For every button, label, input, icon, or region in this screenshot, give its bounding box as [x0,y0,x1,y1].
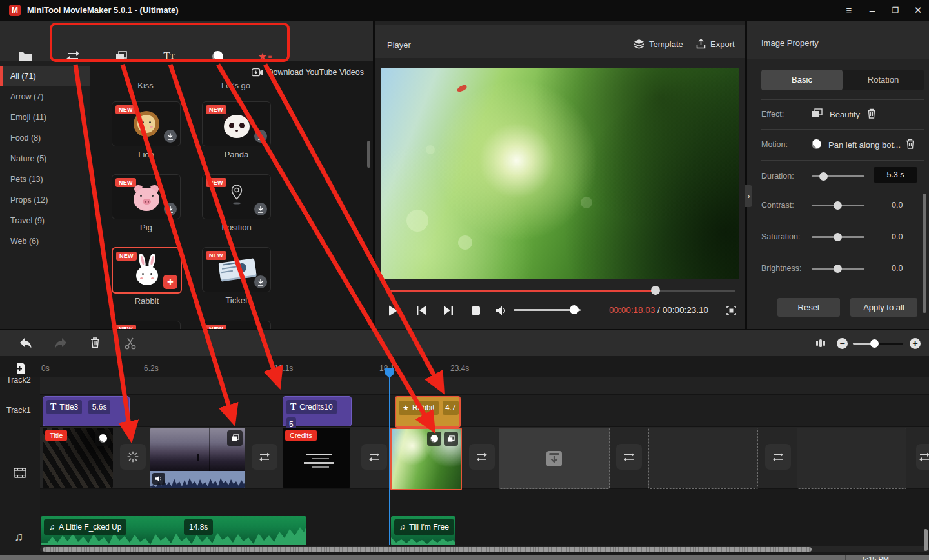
zoom-out-button[interactable]: − [837,338,848,349]
video-preview[interactable] [381,68,739,279]
collapse-panel-handle[interactable]: › [745,185,752,207]
undo-icon[interactable] [19,337,32,349]
previous-frame-button[interactable] [412,303,431,318]
saturation-slider-handle[interactable] [834,233,842,241]
menu-icon[interactable]: ≡ [841,3,857,18]
timeline-hscrollbar-thumb[interactable] [43,547,812,552]
download-element-button[interactable] [164,130,177,143]
element-card-rabbit[interactable]: NEW + Rabbit [112,247,182,294]
download-element-button[interactable] [254,275,267,288]
window-title: MiniTool MovieMaker 5.0.1 - (Ultimate) [27,5,179,15]
text-clip-credits10[interactable]: TCredits10 5 [283,396,352,426]
category-all[interactable]: All (71) [0,66,90,86]
image-property-panel: Image Property Basic Rotation Effect: Be… [747,21,929,329]
add-element-button[interactable]: + [163,275,177,289]
mute-speaker-icon[interactable] [152,473,165,485]
audio-clip-1[interactable]: ♫A Little F_cked Up 14.8s [41,516,306,545]
audio-clip-2[interactable]: ♫Till I'm Free [391,516,455,545]
element-clip-rabbit[interactable]: ★Rabbit 4.7 [395,396,461,428]
zoom-in-button[interactable]: + [910,338,921,349]
transition-slot-clipped[interactable] [916,444,929,470]
element-card-lion[interactable]: NEW Lion [112,101,181,146]
category-food[interactable]: Food (8) [0,128,90,148]
category-emoji[interactable]: Emoji (11) [0,107,90,128]
video-camera-icon [252,68,263,77]
placeholder-clip[interactable] [648,428,758,489]
fullscreen-icon[interactable] [724,303,738,318]
brightness-slider-handle[interactable] [834,265,842,273]
transition-slot[interactable] [616,444,642,470]
contrast-slider-handle[interactable] [834,201,842,210]
category-pets[interactable]: Pets (13) [0,169,90,190]
grid-scrollbar[interactable] [367,141,370,168]
transition-slot[interactable] [469,444,495,470]
volume-icon[interactable] [493,303,510,318]
category-sidebar: All (71) Arrow (7) Emoji (11) Food (8) N… [0,61,90,329]
download-youtube-link[interactable]: Download YouTube Videos [252,68,364,77]
elements-grid: Download YouTube Videos Kiss Let's go NE… [90,61,373,329]
transition-slot[interactable] [361,444,387,470]
element-card-ticket[interactable]: NEW Ticket [202,247,271,292]
timeline-vscrollbar-thumb[interactable] [924,529,928,551]
track2-row[interactable] [40,377,929,395]
category-travel[interactable]: Travel (9) [0,210,90,231]
video-clip-1[interactable]: Title [43,428,113,488]
apply-to-all-button[interactable]: Apply to all [850,298,917,317]
placeholder-clip[interactable] [797,428,906,489]
element-card-lion-label: Lion [112,150,180,159]
template-button[interactable]: Template [634,39,683,49]
transition-slot-applied[interactable] [120,444,146,470]
track-header-column: Track2 Track1 ♫ [0,377,40,555]
timeline-zoom-handle[interactable] [870,339,879,348]
transition-slot[interactable] [765,444,791,470]
download-element-button[interactable] [254,130,267,143]
element-card-position[interactable]: NEW Position [202,174,271,219]
element-card-partial[interactable]: NEW [112,321,181,329]
duration-slider-handle[interactable] [819,172,828,181]
seek-handle[interactable] [651,286,660,295]
download-element-button[interactable] [254,203,267,215]
video-frame-nature [381,68,739,279]
tab-rotation[interactable]: Rotation [843,70,924,90]
delete-icon[interactable] [90,337,100,348]
property-scrollbar[interactable] [923,194,926,313]
next-frame-button[interactable] [439,303,458,318]
stop-button[interactable] [466,303,485,318]
category-arrow[interactable]: Arrow (7) [0,86,90,107]
restore-button[interactable]: ❐ [887,3,904,18]
video-clip-3[interactable]: Credits [283,428,350,488]
close-button[interactable]: ✕ [910,3,926,18]
export-button[interactable]: Export [696,39,735,49]
timeline-ruler[interactable]: 0s 6.2s 13.1s 18.1s 23.4s [40,359,929,378]
video-clip-4-selected[interactable] [390,428,462,490]
transition-slot[interactable] [252,444,277,470]
video-clip-2[interactable] [150,428,245,488]
category-nature[interactable]: Nature (5) [0,148,90,169]
remove-motion-trash-icon[interactable] [906,139,915,149]
split-scissors-icon[interactable] [124,337,137,350]
volume-handle[interactable] [570,305,579,314]
reset-button[interactable]: Reset [777,298,840,317]
download-element-button[interactable] [164,203,177,215]
fit-timeline-icon[interactable] [815,338,826,348]
element-card-panda[interactable]: NEW Panda [202,101,271,146]
track1-row[interactable] [40,395,929,427]
template-label: Template [649,39,683,49]
category-props[interactable]: Props (12) [0,190,90,210]
time-divider: / [657,305,660,315]
remove-effect-trash-icon[interactable] [867,108,876,119]
minimize-button[interactable]: – [864,3,881,18]
category-web[interactable]: Web (6) [0,231,90,252]
text-clip-name: Credits10 [299,403,332,412]
placeholder-clip-download[interactable] [499,428,610,489]
play-button[interactable] [383,303,403,318]
element-card-partial[interactable]: NEW [202,321,271,329]
redo-icon[interactable] [54,337,67,349]
music-track-icon: ♫ [14,530,23,544]
new-badge: NEW [116,252,137,261]
element-card-pig[interactable]: NEW Pig [112,174,181,219]
text-clip-title3[interactable]: TTitle3 5.6s [43,396,130,426]
tab-basic[interactable]: Basic [761,70,843,90]
star-icon: ★ [403,404,409,412]
card-label-kiss: Kiss [112,81,179,90]
